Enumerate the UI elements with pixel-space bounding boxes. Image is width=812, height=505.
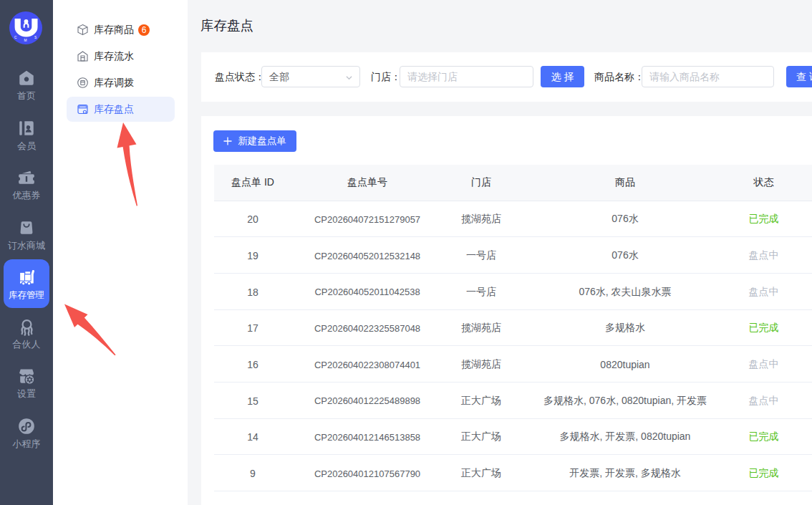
svg-text:S: S	[34, 36, 37, 39]
svg-text:M: M	[24, 39, 27, 42]
svg-text:C: C	[14, 36, 17, 39]
